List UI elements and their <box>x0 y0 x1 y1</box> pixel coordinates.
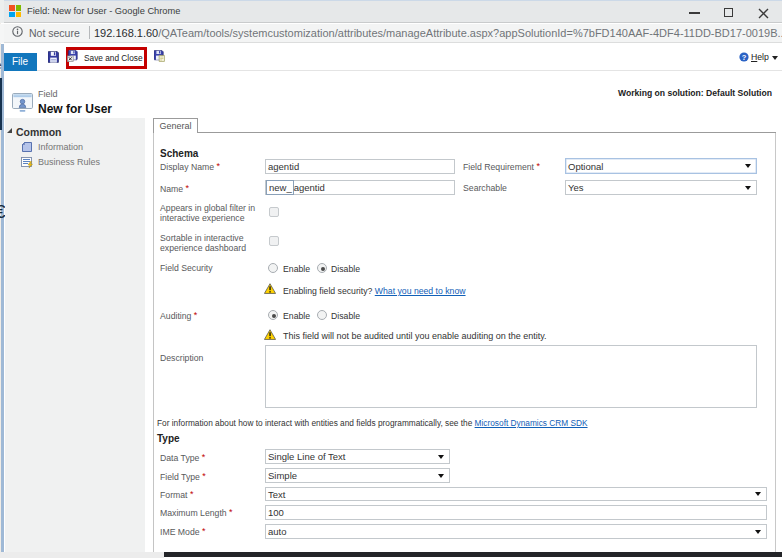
svg-text:?: ? <box>742 53 747 62</box>
